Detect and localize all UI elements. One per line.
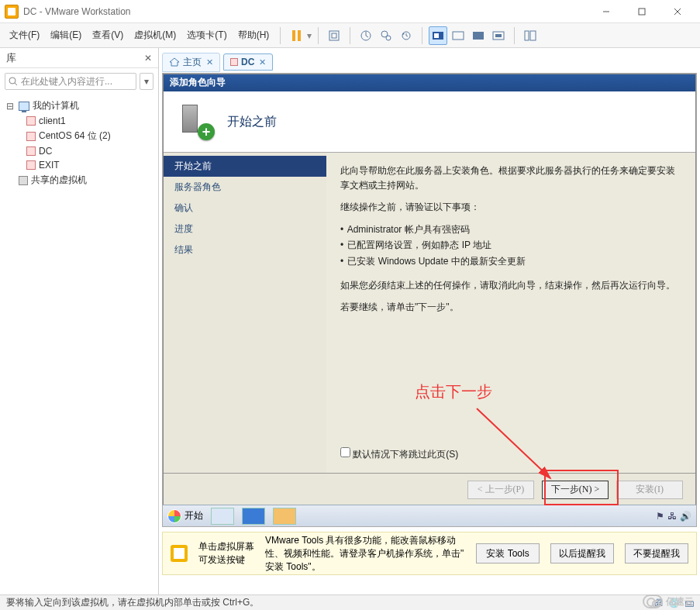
menu-tabs[interactable]: 选项卡(T) [182,26,231,45]
revert-button[interactable] [397,26,416,45]
nav-confirm[interactable]: 确认 [164,198,326,219]
server-add-icon: + [178,102,218,142]
taskbar-app-server-manager[interactable] [211,508,234,525]
taskbar-app-powershell[interactable] [242,508,265,525]
guest-screen[interactable]: 添加角色向导 + 开始之前 开始之前 服务器角色 确认 进度 结果 [162,73,697,527]
bullet-2: • 已配置网络设置，例如静态 IP 地址 [340,238,681,253]
tab-home[interactable]: 主页 ✕ [162,53,220,72]
vm-icon [26,160,36,170]
nav-results[interactable]: 结果 [164,240,326,260]
tree-item-client1[interactable]: client1 [5,114,153,128]
view-fullscreen-button[interactable] [469,26,488,45]
library-title: 库 [6,51,16,65]
wizard-nav: 开始之前 服务器角色 确认 进度 结果 [164,153,326,473]
menu-vm[interactable]: 虚拟机(M) [129,26,181,45]
wizard-verify: 继续操作之前，请验证以下事项： [340,200,681,215]
windows-orb-icon [167,509,181,523]
wizard-heading: 开始之前 [227,114,277,130]
menu-help[interactable]: 帮助(H) [233,26,274,45]
install-tools-button[interactable]: 安装 Tools [476,543,540,563]
wizard-intro: 此向导帮助您在此服务器上安装角色。根据要求此服务器执行的任务来确定要安装享文档或… [340,164,681,192]
menu-edit[interactable]: 编辑(E) [46,26,86,45]
library-search-input[interactable]: 在此处键入内容进行... [5,73,136,90]
send-ctrl-alt-del-button[interactable] [325,26,343,45]
pause-button[interactable] [287,26,305,45]
wizard-footer: < 上一步(P) 下一步(N) > 安装(I) [164,473,695,505]
close-button[interactable] [660,1,695,22]
vm-icon [26,116,36,126]
tab-bar: 主页 ✕ DC ✕ [162,51,697,73]
svg-rect-16 [525,31,529,40]
guest-taskbar[interactable]: 开始 ⚑ 🖧 🔊 [163,505,696,526]
bullet-3: • 已安装 Windows Update 中的最新安全更新 [340,254,681,269]
skip-label: 默认情况下将跳过此页(S) [353,449,458,460]
wizard-banner: + 开始之前 [164,91,695,152]
remind-later-button[interactable]: 以后提醒我 [550,543,614,563]
status-bar: 要将输入定向到该虚拟机，请在虚拟机内部单击或按 Ctrl+G。 🖶 💿 🖴 [0,594,700,610]
maximize-button[interactable] [624,1,660,22]
next-button[interactable]: 下一步(N) > [542,481,609,499]
wizard-titlebar: 添加角色向导 [164,74,695,91]
library-sidebar: 库 ✕ 在此处键入内容进行... ▾ ⊟ 我的计算机 client1 CentO… [0,48,159,594]
wizard-cancel-note: 如果您必须结束上述的任何操作，请取消此向导，结束操作，然后再次运行向导。 [340,278,681,293]
svg-rect-12 [453,32,464,40]
minimize-button[interactable] [588,1,624,22]
start-button[interactable]: 开始 [167,509,203,523]
svg-line-19 [15,83,17,85]
vmware-tools-infobar: 单击虚拟屏幕 可发送按键 VMware Tools 具有很多功能，能改善鼠标移动… [162,532,697,575]
window-titlebar: DC - VMware Workstation [0,0,700,23]
svg-rect-4 [329,31,339,40]
svg-point-18 [9,78,16,84]
nav-before[interactable]: 开始之前 [164,156,326,177]
tab-close-icon[interactable]: ✕ [206,57,213,67]
tree-item-exit[interactable]: EXIT [5,158,153,172]
view-seamless-button[interactable] [489,26,508,45]
view-console-button[interactable] [429,26,447,45]
taskbar-app-explorer[interactable] [273,508,296,525]
svg-rect-15 [495,34,502,37]
tray-network-icon: 🖧 [667,511,677,522]
window-title: DC - VMware Workstation [23,6,130,17]
install-button: 安装(I) [616,481,683,499]
tree-item-centos[interactable]: CentOS 64 位 (2) [5,128,153,144]
tray-sound-icon: 🔊 [680,511,691,522]
view-unity-button[interactable] [449,26,467,45]
tray[interactable]: ⚑ 🖧 🔊 [656,511,691,522]
main-area: 主页 ✕ DC ✕ 添加角色向导 + 开始之前 [159,48,700,594]
nav-roles[interactable]: 服务器角色 [164,177,326,198]
shared-icon [19,176,28,185]
home-icon [169,57,180,67]
snapshot-button[interactable] [357,26,375,45]
svg-point-8 [386,36,391,40]
tree-item-dc[interactable]: DC [5,144,153,158]
tree-shared-vms[interactable]: 共享的虚拟机 [5,172,153,188]
snapshot-manager-button[interactable] [377,26,395,45]
svg-rect-1 [639,9,645,15]
library-toggle-button[interactable] [521,26,540,45]
computer-icon [19,102,29,111]
app-icon [5,5,19,19]
search-dropdown-button[interactable]: ▾ [140,73,153,90]
skip-checkbox[interactable] [340,447,350,457]
status-icons: 🖶 💿 🖴 [654,598,694,608]
svg-rect-11 [434,33,439,38]
tab-dc[interactable]: DC ✕ [223,53,273,71]
search-icon [9,77,18,86]
bullet-1: • Administrator 帐户具有强密码 [340,222,681,237]
skip-checkbox-row[interactable]: 默认情况下将跳过此页(S) [340,447,458,462]
menu-view[interactable]: 查看(V) [88,26,128,45]
nav-progress[interactable]: 进度 [164,219,326,240]
tree-my-computer[interactable]: ⊟ 我的计算机 [5,98,153,114]
library-close-button[interactable]: ✕ [144,53,152,64]
tools-icon [171,545,188,562]
svg-rect-17 [530,31,536,40]
menu-file[interactable]: 文件(F) [5,26,44,45]
tab-close-icon[interactable]: ✕ [259,57,266,67]
library-tree: ⊟ 我的计算机 client1 CentOS 64 位 (2) DC EXIT … [0,95,158,191]
wizard-continue-note: 若要继续，请单击"下一步"。 [340,300,681,315]
dont-remind-button[interactable]: 不要提醒我 [625,543,688,563]
infobar-desc: VMware Tools 具有很多功能，能改善鼠标移动 性、视频和性能。请登录客… [265,534,465,574]
drive-icon: 🖴 [684,598,694,608]
svg-rect-13 [473,32,484,40]
prev-button: < 上一步(P) [467,481,534,499]
